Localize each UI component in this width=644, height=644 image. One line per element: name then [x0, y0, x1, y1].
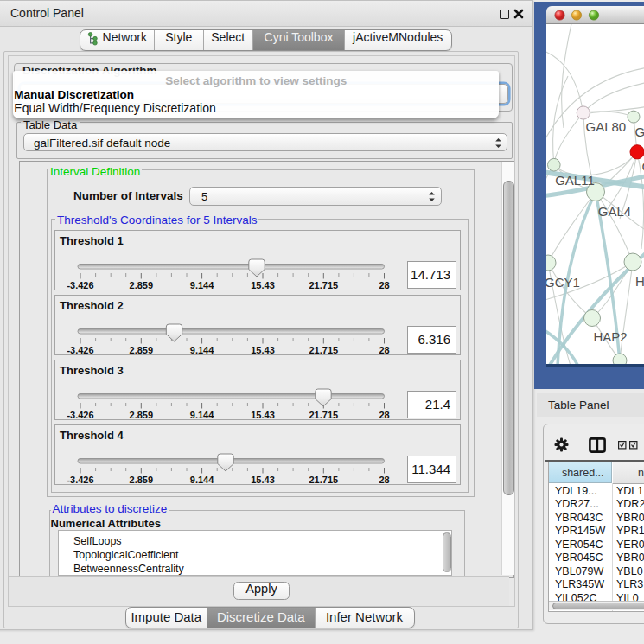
svg-text:28: 28 — [379, 475, 389, 485]
svg-text:H: H — [635, 274, 644, 289]
svg-text:GAL4: GAL4 — [598, 204, 631, 219]
svg-text:15.43: 15.43 — [251, 345, 275, 355]
svg-text:9.144: 9.144 — [190, 280, 214, 290]
svg-text:21.715: 21.715 — [309, 345, 338, 355]
svg-text:9.144: 9.144 — [190, 410, 214, 420]
svg-text:15.43: 15.43 — [251, 475, 275, 485]
svg-text:HAP2: HAP2 — [593, 329, 627, 344]
svg-text:21.715: 21.715 — [309, 280, 338, 290]
svg-text:28: 28 — [379, 345, 389, 355]
svg-text:-3.426: -3.426 — [67, 345, 93, 355]
svg-text:GAL11: GAL11 — [555, 173, 595, 188]
svg-text:-3.426: -3.426 — [67, 410, 93, 420]
svg-text:-3.426: -3.426 — [67, 475, 93, 485]
svg-text:GCY1: GCY1 — [546, 275, 580, 290]
svg-text:15.43: 15.43 — [251, 280, 275, 290]
svg-text:2.859: 2.859 — [130, 410, 154, 420]
svg-text:28: 28 — [379, 410, 389, 420]
svg-text:2.859: 2.859 — [130, 280, 154, 290]
svg-text:2.859: 2.859 — [130, 475, 154, 485]
svg-text:9.144: 9.144 — [190, 345, 214, 355]
svg-text:GA: GA — [634, 124, 644, 139]
svg-text:-3.426: -3.426 — [67, 280, 93, 290]
svg-text:2.859: 2.859 — [130, 345, 154, 355]
svg-text:21.715: 21.715 — [309, 475, 338, 485]
svg-text:GAL80: GAL80 — [586, 119, 627, 134]
svg-text:28: 28 — [379, 280, 389, 290]
svg-text:9.144: 9.144 — [190, 475, 214, 485]
svg-text:15.43: 15.43 — [251, 410, 275, 420]
svg-text:21.715: 21.715 — [309, 410, 338, 420]
